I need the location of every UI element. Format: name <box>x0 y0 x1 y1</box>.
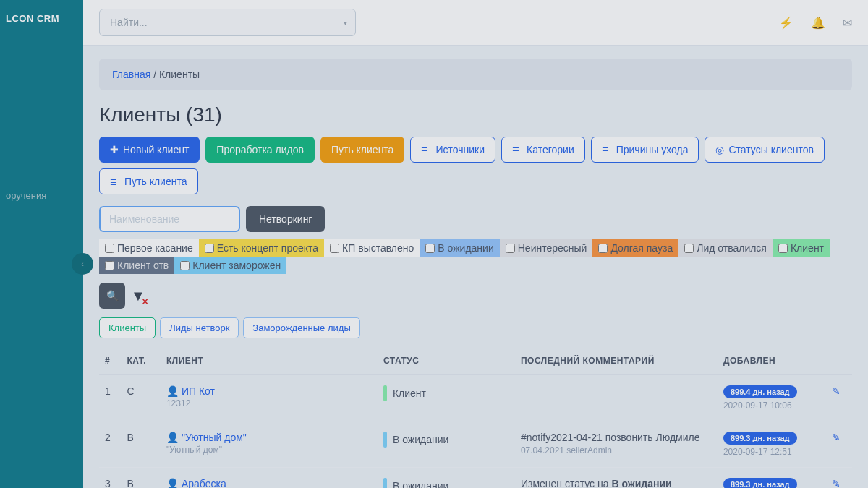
sources-button[interactable]: Источники <box>410 137 495 163</box>
plus-icon: ✚ <box>110 144 119 155</box>
list-icon <box>512 144 522 155</box>
status-filter-chip[interactable]: КП выставлено <box>324 239 420 257</box>
tab-row: КлиентыЛиды нетворкЗаморожденные лиды <box>99 317 852 338</box>
status-filter-checkbox[interactable] <box>105 261 114 270</box>
sidebar: LCON CRM оручения ‹ <box>0 0 83 488</box>
bolt-icon[interactable]: ⚡ <box>779 16 793 30</box>
col-cat[interactable]: КАТ. <box>121 347 161 375</box>
client-path-button[interactable]: Путь клиента <box>320 137 405 163</box>
col-comment[interactable]: ПОСЛЕДНИЙ КОММЕНТАРИЙ <box>515 347 718 375</box>
view-tab[interactable]: Лиды нетворк <box>160 317 239 338</box>
view-tab[interactable]: Заморожденные лиды <box>243 317 359 338</box>
status-filter-checkbox[interactable] <box>684 244 694 253</box>
page-title: Клиенты (31) <box>99 103 852 127</box>
client-link[interactable]: 👤"Уютный дом" <box>166 432 247 443</box>
leave-reasons-button[interactable]: Причины ухода <box>591 137 699 163</box>
filter-row: Нетворкинг <box>99 206 852 232</box>
edit-icon[interactable]: ✎ <box>832 478 841 488</box>
status-filter-chip[interactable]: В ожидании <box>420 239 499 257</box>
sidebar-collapse-button[interactable]: ‹ <box>72 253 93 275</box>
clear-filter-icon[interactable]: ▼ <box>131 288 145 304</box>
status-filter-chip[interactable]: Клиент заморожен <box>174 257 286 274</box>
search-wrap: ▾ <box>99 9 356 36</box>
status-bar <box>383 478 387 488</box>
breadcrumb: Главная / Клиенты <box>99 59 852 90</box>
leads-button[interactable]: Проработка лидов <box>205 137 315 163</box>
status-filters: Первое касание Есть концепт проекта КП в… <box>99 239 852 274</box>
table-row: 1C👤ИП Кот12312Клиент899.4 дн. назад2020-… <box>99 375 852 421</box>
target-icon: ◎ <box>715 144 724 155</box>
search-dropdown-caret[interactable]: ▾ <box>344 19 347 27</box>
status-filter-chip[interactable]: Есть концепт проекта <box>199 239 324 257</box>
list-icon <box>110 176 120 187</box>
sidebar-item-tasks[interactable]: оручения <box>0 181 83 210</box>
status-filter-checkbox[interactable] <box>330 244 339 253</box>
view-tab[interactable]: Клиенты <box>99 317 156 338</box>
edit-icon[interactable]: ✎ <box>832 385 841 397</box>
status-filter-chip[interactable]: Неинтересный <box>500 239 593 257</box>
client-link[interactable]: 👤Арабеска <box>166 478 226 488</box>
user-icon: 👤 <box>166 478 179 488</box>
status-filter-chip[interactable]: Клиент <box>773 239 830 257</box>
status-filter-checkbox[interactable] <box>205 244 214 253</box>
breadcrumb-current: Клиенты <box>159 69 200 80</box>
edit-icon[interactable]: ✎ <box>832 432 841 443</box>
time-badge: 899.3 дн. назад <box>723 478 797 488</box>
list-icon <box>602 144 612 155</box>
name-filter-input[interactable] <box>99 206 240 232</box>
client-path2-button[interactable]: Путь клиента <box>99 168 198 194</box>
col-client[interactable]: КЛИЕНТ <box>161 347 378 375</box>
status-filter-chip[interactable]: Клиент отв <box>99 257 174 274</box>
client-statuses-button[interactable]: ◎Статусы клиентов <box>705 137 824 163</box>
status-filter-checkbox[interactable] <box>506 244 515 253</box>
status-filter-checkbox[interactable] <box>180 261 190 270</box>
client-link[interactable]: 👤ИП Кот <box>166 385 215 397</box>
categories-button[interactable]: Категории <box>501 137 585 163</box>
new-client-button[interactable]: ✚Новый клиент <box>99 137 200 163</box>
table-row: 3B👤АрабескаВ ожиданииИзменен статус на В… <box>99 468 852 489</box>
content: Главная / Клиенты Клиенты (31) ✚Новый кл… <box>83 46 868 488</box>
status-filter-checkbox[interactable] <box>425 244 435 253</box>
action-buttons-row: ✚Новый клиент Проработка лидов Путь клие… <box>99 137 852 163</box>
app-logo: LCON CRM <box>0 0 83 37</box>
status-filter-chip[interactable]: Лид отвалился <box>678 239 773 257</box>
breadcrumb-home[interactable]: Главная <box>112 69 150 80</box>
time-badge: 899.3 дн. назад <box>723 432 797 445</box>
status-bar <box>383 385 387 401</box>
topbar: ▾ ⚡ 🔔 ✉ <box>83 0 868 46</box>
status-filter-chip[interactable]: Первое касание <box>99 239 199 257</box>
status-filter-checkbox[interactable] <box>778 244 788 253</box>
col-added[interactable]: ДОБАВЛЕН <box>718 347 826 375</box>
mail-icon[interactable]: ✉ <box>843 16 852 30</box>
col-status[interactable]: СТАТУС <box>378 347 515 375</box>
status-bar <box>383 432 387 448</box>
list-icon <box>421 144 431 155</box>
user-icon: 👤 <box>166 432 179 443</box>
time-badge: 899.4 дн. назад <box>723 385 797 398</box>
search-button[interactable]: 🔍 <box>99 283 125 309</box>
main-area: ▾ ⚡ 🔔 ✉ Главная / Клиенты Клиенты (31) ✚… <box>83 0 868 488</box>
bell-icon[interactable]: 🔔 <box>811 16 825 30</box>
status-filter-checkbox[interactable] <box>598 244 608 253</box>
user-icon: 👤 <box>166 385 179 397</box>
status-filter-checkbox[interactable] <box>105 244 114 253</box>
status-filter-chip[interactable]: Долгая пауза <box>592 239 678 257</box>
table-row: 2B👤"Уютный дом""Уютный дом"В ожидании#no… <box>99 421 852 468</box>
col-num[interactable]: # <box>99 347 121 375</box>
networking-button[interactable]: Нетворкинг <box>246 206 325 232</box>
clients-table: # КАТ. КЛИЕНТ СТАТУС ПОСЛЕДНИЙ КОММЕНТАР… <box>99 347 852 488</box>
search-input[interactable] <box>99 9 356 36</box>
